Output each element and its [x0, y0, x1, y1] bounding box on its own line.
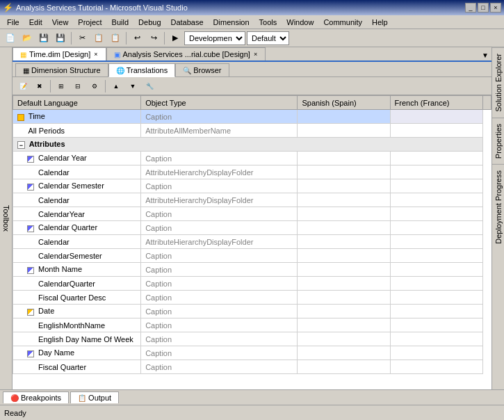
cell-spanish[interactable]: [298, 249, 390, 263]
table-row[interactable]: Calendar Semester Caption: [13, 179, 491, 193]
cell-french[interactable]: [390, 235, 482, 249]
cell-spanish[interactable]: [298, 346, 390, 360]
expand-all-button[interactable]: ⊞: [54, 79, 69, 94]
platform-combo[interactable]: Default: [247, 31, 289, 45]
doc-tab-cube[interactable]: ▣ Analysis Services ...rial.cube [Design…: [106, 47, 266, 60]
table-row[interactable]: Date Caption: [13, 305, 491, 318]
debug-start-button[interactable]: ▶: [168, 31, 183, 46]
doc-tab-time-dim[interactable]: ▦ Time.dim [Design] ×: [13, 47, 106, 60]
new-translation-button[interactable]: 📝: [15, 79, 31, 94]
new-project-button[interactable]: 📄: [3, 31, 18, 46]
collapse-attributes-icon[interactable]: −: [17, 141, 25, 149]
table-row[interactable]: English Day Name Of Week Caption: [13, 332, 491, 346]
menu-edit[interactable]: Edit: [25, 17, 47, 28]
cell-spanish[interactable]: [298, 305, 390, 318]
cell-spanish[interactable]: [298, 360, 390, 374]
cell-spanish[interactable]: [298, 207, 390, 221]
table-row[interactable]: Time Caption: [13, 110, 491, 124]
menu-file[interactable]: File: [3, 17, 24, 28]
open-file-button[interactable]: 📂: [19, 31, 35, 46]
cell-spanish[interactable]: [298, 124, 390, 138]
cell-french[interactable]: [390, 152, 482, 165]
cell-french[interactable]: [390, 277, 482, 291]
save-all-button[interactable]: 💾: [53, 31, 68, 46]
table-row[interactable]: CalendarSemester Caption: [13, 249, 491, 263]
toolbox-panel[interactable]: Toolbox: [0, 47, 13, 389]
configuration-combo[interactable]: Developmen: [184, 31, 245, 45]
table-row[interactable]: Fiscal Quarter Caption: [13, 360, 491, 374]
deployment-progress-panel[interactable]: Deployment Progress: [492, 164, 504, 250]
cell-spanish[interactable]: [298, 318, 390, 332]
move-up-button[interactable]: ▲: [108, 79, 124, 94]
save-button[interactable]: 💾: [36, 31, 51, 46]
menu-community[interactable]: Community: [319, 17, 366, 28]
cell-french[interactable]: [390, 318, 482, 332]
menu-help[interactable]: Help: [368, 17, 392, 28]
table-row[interactable]: Month Name Caption: [13, 263, 491, 277]
table-row[interactable]: CalendarQuarter Caption: [13, 277, 491, 291]
cell-french[interactable]: [390, 332, 482, 346]
properties-button[interactable]: ⚙: [87, 79, 102, 94]
menu-tools[interactable]: Tools: [255, 17, 282, 28]
menu-debug[interactable]: Debug: [134, 17, 165, 28]
cell-french[interactable]: [390, 305, 482, 318]
cell-french[interactable]: [390, 249, 482, 263]
tab-browser[interactable]: 🔍 Browser: [175, 63, 229, 76]
paste-button[interactable]: 📋: [108, 31, 123, 46]
cell-french[interactable]: [390, 360, 482, 374]
maximize-button[interactable]: □: [478, 3, 489, 13]
cell-french[interactable]: [390, 110, 482, 124]
settings-button[interactable]: 🔧: [142, 79, 157, 94]
delete-translation-button[interactable]: ✖: [32, 79, 47, 94]
table-row[interactable]: CalendarYear Caption: [13, 207, 491, 221]
doc-tab-time-dim-close[interactable]: ×: [93, 51, 98, 58]
translations-table-container[interactable]: Default Language Object Type Spanish (Sp…: [13, 95, 491, 389]
menu-build[interactable]: Build: [108, 17, 133, 28]
table-row[interactable]: Calendar AttributeHierarchyDisplayFolder: [13, 193, 491, 207]
cell-french[interactable]: [390, 193, 482, 207]
cell-spanish[interactable]: [298, 221, 390, 235]
undo-button[interactable]: ↩: [129, 31, 145, 46]
menu-database[interactable]: Database: [167, 17, 208, 28]
cell-french[interactable]: [390, 346, 482, 360]
cell-spanish[interactable]: [298, 291, 390, 305]
cell-spanish[interactable]: [298, 235, 390, 249]
cell-spanish[interactable]: [298, 179, 390, 193]
table-row[interactable]: Calendar Quarter Caption: [13, 221, 491, 235]
close-all-docs-button[interactable]: ▼: [479, 50, 491, 60]
solution-explorer-panel[interactable]: Solution Explorer: [492, 47, 504, 118]
breakpoints-tab[interactable]: 🔴 Breakpoints: [3, 391, 69, 403]
minimize-button[interactable]: _: [465, 3, 476, 13]
tab-dimension-structure[interactable]: ▦ Dimension Structure: [15, 63, 108, 76]
menu-window[interactable]: Window: [282, 17, 318, 28]
cell-french[interactable]: [390, 124, 482, 138]
copy-button[interactable]: 📋: [91, 31, 106, 46]
table-row[interactable]: Calendar AttributeHierarchyDisplayFolder: [13, 165, 491, 179]
cut-button[interactable]: ✂: [74, 31, 90, 46]
cell-french[interactable]: [390, 179, 482, 193]
cell-french[interactable]: [390, 263, 482, 277]
doc-tab-cube-close[interactable]: ×: [253, 51, 258, 58]
collapse-all-button[interactable]: ⊟: [70, 79, 86, 94]
cell-french[interactable]: [390, 221, 482, 235]
cell-spanish[interactable]: [298, 165, 390, 179]
output-tab[interactable]: 📋 Output: [70, 391, 119, 403]
cell-french[interactable]: [390, 207, 482, 221]
cell-spanish[interactable]: [298, 110, 390, 124]
table-row[interactable]: Calendar AttributeHierarchyDisplayFolder: [13, 235, 491, 249]
table-row[interactable]: EnglishMonthName Caption: [13, 318, 491, 332]
properties-panel[interactable]: Properties: [492, 118, 504, 164]
table-row[interactable]: Calendar Year Caption: [13, 152, 491, 165]
cell-spanish[interactable]: [298, 193, 390, 207]
cell-spanish[interactable]: [298, 263, 390, 277]
tab-translations[interactable]: 🌐 Translations: [108, 63, 176, 77]
close-button[interactable]: ×: [490, 3, 501, 13]
menu-dimension[interactable]: Dimension: [209, 17, 254, 28]
cell-french[interactable]: [390, 165, 482, 179]
cell-spanish[interactable]: [298, 152, 390, 165]
table-row[interactable]: Fiscal Quarter Desc Caption: [13, 291, 491, 305]
menu-project[interactable]: Project: [74, 17, 106, 28]
cell-spanish[interactable]: [298, 277, 390, 291]
cell-french[interactable]: [390, 291, 482, 305]
table-row[interactable]: Day Name Caption: [13, 346, 491, 360]
